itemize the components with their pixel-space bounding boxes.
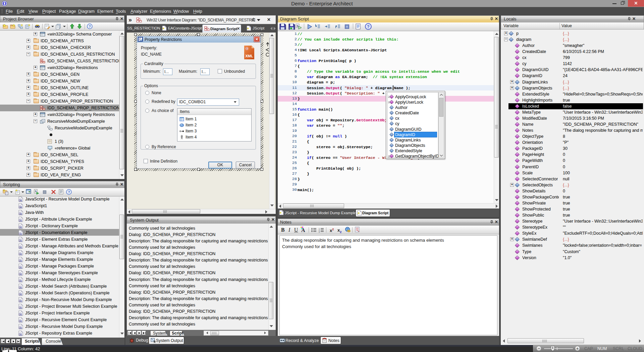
svg-text:Js: Js: [19, 287, 21, 289]
svg-text:Js: Js: [19, 327, 21, 329]
svg-text:Js: Js: [19, 253, 21, 255]
svg-text:Js: Js: [19, 273, 21, 275]
svg-text:Js: Js: [19, 260, 21, 262]
svg-text:?: ?: [89, 24, 91, 28]
svg-text:Js: Js: [19, 246, 21, 248]
svg-text:Ja: Ja: [19, 199, 22, 201]
svg-text:Js: Js: [19, 226, 21, 228]
svg-text:?: ?: [367, 24, 369, 29]
svg-text:Js: Js: [19, 240, 21, 242]
svg-text:Ja: Ja: [19, 206, 22, 208]
svg-text:XML: XML: [245, 54, 253, 58]
svg-text:S: S: [297, 24, 299, 27]
svg-text:Ja: Ja: [19, 213, 22, 215]
svg-text:?: ?: [68, 190, 70, 194]
svg-text:Js: Js: [19, 307, 21, 309]
svg-text:Js: Js: [19, 280, 21, 282]
svg-text:Js: Js: [19, 334, 21, 336]
svg-text:Js: Js: [19, 220, 21, 222]
svg-text:Js: Js: [19, 233, 21, 235]
svg-text:Js: Js: [19, 320, 21, 322]
svg-text:Js: Js: [19, 313, 21, 315]
svg-text:Js: Js: [19, 267, 21, 269]
svg-text:3: 3: [319, 231, 320, 233]
svg-text:Js: Js: [19, 293, 21, 295]
svg-text:Js: Js: [19, 300, 21, 302]
